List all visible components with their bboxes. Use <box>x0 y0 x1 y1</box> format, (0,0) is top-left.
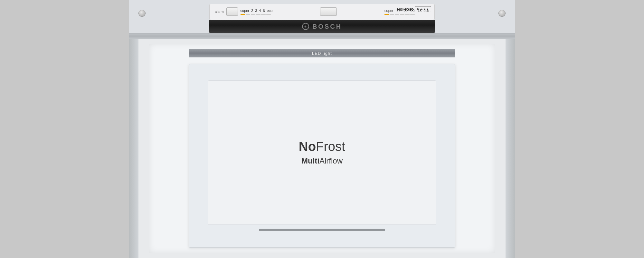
fridge-temp-6: 6 <box>263 9 265 13</box>
alarm-button[interactable] <box>226 7 238 16</box>
nofrost-main-label: NoFrost <box>299 139 345 154</box>
nofrost-badge-text: NoFrost <box>397 7 413 12</box>
drawer-area: NoFrost MultiAirflow <box>189 64 455 248</box>
fridge-seg-5 <box>261 14 266 15</box>
freezer-seg-3 <box>395 14 399 15</box>
bosch-logo-circle: ⊙ <box>302 23 309 30</box>
fridge-seg-6 <box>266 14 271 15</box>
bosch-logo-inner: ⊙ <box>304 25 307 28</box>
alarm-label: alarm <box>215 10 224 14</box>
separator-strip <box>129 34 515 39</box>
fridge-temp-3: 3 <box>255 9 257 13</box>
fridge-body: LED light NoFrost MultiAirflow <box>129 39 515 258</box>
nofrost-bold: No <box>299 139 316 154</box>
fridge-side-left <box>129 39 138 258</box>
led-light-label: LED light <box>312 51 332 56</box>
freezer-seg-5 <box>405 14 410 15</box>
screw-top-left <box>138 10 146 17</box>
top-panel: NoFrost ❄ ★★★ alarm super 2 3 <box>129 0 515 34</box>
multiairflow-light: Airflow <box>319 156 343 165</box>
freezer-seg-2 <box>390 14 394 15</box>
fridge-indicator-bar <box>241 14 271 15</box>
appliance-outer: NoFrost ❄ ★★★ alarm super 2 3 <box>129 0 515 258</box>
fridge-side-right <box>506 39 515 258</box>
freezer-seg-1 <box>384 14 389 15</box>
fridge-temp-inline: super 2 3 4 6 eco <box>241 9 273 13</box>
snowflake-box: ❄ ★★★ <box>415 6 431 12</box>
fridge-temp-eco: eco <box>267 9 273 13</box>
fridge-seg-2 <box>246 14 250 15</box>
led-bar: LED light <box>189 49 455 57</box>
bosch-brand-text: BOSCH <box>312 23 342 30</box>
screw-top-right <box>498 10 506 17</box>
fridge-inner: LED light NoFrost MultiAirflow <box>149 44 495 253</box>
snowflake-icon: ❄ <box>417 7 420 11</box>
fridge-temp-2: 2 <box>251 9 253 13</box>
multiairflow-label: MultiAirflow <box>301 156 343 165</box>
freezer-super-label: super <box>384 9 393 13</box>
drawer-handle[interactable] <box>259 229 385 231</box>
nofrost-light: Frost <box>316 139 345 154</box>
freezer-indicator-bar <box>384 14 415 15</box>
freezer-seg-4 <box>400 14 404 15</box>
led-bar-container: LED light <box>189 49 455 57</box>
drawer-inner: NoFrost MultiAirflow <box>208 80 436 225</box>
fridge-temp-4: 4 <box>259 9 261 13</box>
freezer-seg-6 <box>410 14 415 15</box>
fridge-seg-4 <box>256 14 260 15</box>
fridge-temp-group: super 2 3 4 6 eco <box>241 9 273 15</box>
multiairflow-bold: Multi <box>301 156 319 165</box>
star-rating: ★★★ <box>421 8 429 11</box>
nofrost-badge: NoFrost ❄ ★★★ <box>397 6 431 12</box>
fridge-controls: alarm super 2 3 4 6 eco <box>215 7 272 16</box>
control-area: NoFrost ❄ ★★★ alarm super 2 3 <box>209 4 435 20</box>
middle-button[interactable] <box>320 7 337 16</box>
bosch-panel: ⊙ BOSCH <box>209 20 435 33</box>
fridge-seg-3 <box>251 14 255 15</box>
fridge-super-label: super <box>241 9 250 13</box>
fridge-seg-1 <box>241 14 245 15</box>
